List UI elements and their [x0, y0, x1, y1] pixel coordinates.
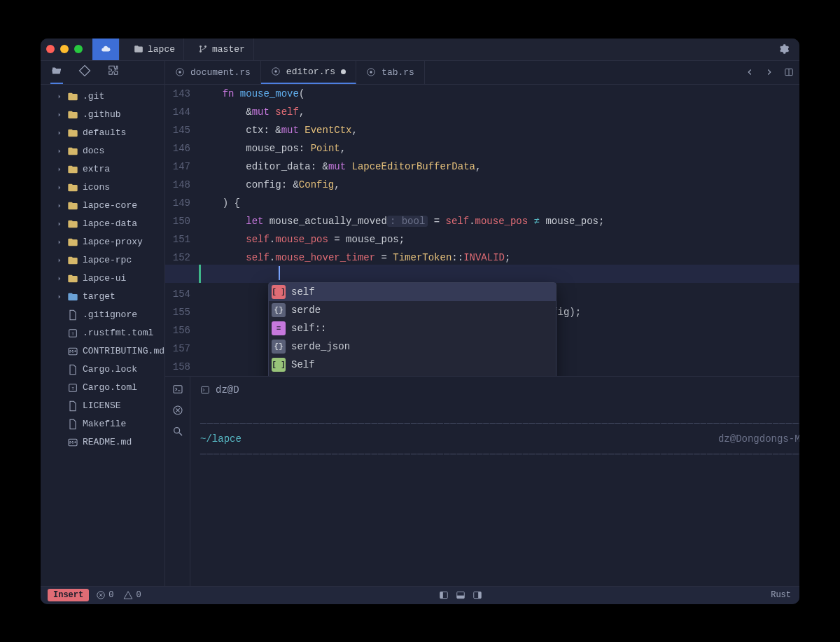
tree-label: target	[83, 291, 115, 302]
source-control-tab[interactable]	[78, 64, 91, 80]
completion-kind-icon: {}	[272, 303, 286, 317]
terminal[interactable]: dz@D ───────────────────────────────────…	[190, 377, 799, 586]
tree-file[interactable]: TCargo.toml	[41, 379, 164, 397]
layout-right-icon[interactable]	[472, 590, 482, 600]
status-errors[interactable]: 0	[96, 590, 113, 600]
terminal-divider: ────────────────────────────────────────…	[200, 447, 799, 462]
autocomplete-item[interactable]: ≡self::	[269, 319, 556, 337]
nav-forward-icon[interactable]	[764, 67, 774, 77]
editor-tab[interactable]: tab.rs	[356, 61, 425, 84]
tree-label: .rustfmt.toml	[83, 328, 153, 338]
tree-file[interactable]: CONTRIBUTING.md	[41, 342, 164, 361]
code-line[interactable]: 151 self.mouse_pos = mouse_pos;	[165, 230, 799, 249]
tree-folder[interactable]: .github	[41, 106, 164, 124]
layout-left-icon[interactable]	[439, 590, 449, 600]
problems-icon[interactable]	[172, 405, 183, 416]
terminal-prompt-path: ~/lapce	[200, 431, 241, 447]
tree-file[interactable]: .gitignore	[41, 306, 164, 324]
tree-folder[interactable]: lapce-data	[41, 215, 164, 233]
terminal-tab-label: dz@D	[216, 382, 239, 398]
line-number: 147	[165, 158, 199, 176]
code-line[interactable]: 146 mouse_pos: Point,	[165, 139, 799, 158]
status-center	[151, 590, 771, 600]
tree-file[interactable]: T.rustfmt.toml	[41, 324, 164, 342]
line-number: 143	[165, 85, 199, 103]
editor-mode: Insert	[48, 589, 89, 601]
tree-folder[interactable]: lapce-core	[41, 197, 164, 215]
tab-label: document.rs	[190, 67, 251, 78]
close-window-button[interactable]	[46, 45, 55, 53]
folder-icon	[134, 44, 144, 54]
autocomplete-item[interactable]: [ ]Self	[269, 356, 556, 374]
tree-folder[interactable]: .git	[41, 88, 164, 106]
code-line[interactable]: 143 fn mouse_move(	[165, 85, 799, 103]
rust-file-icon	[271, 67, 281, 76]
app-window: lapce master .git.githubdefaultsdo	[41, 39, 799, 604]
tree-folder[interactable]: target	[41, 288, 164, 306]
svg-point-1	[200, 50, 202, 53]
tree-label: lapce-rpc	[83, 255, 132, 265]
tab-actions	[736, 61, 799, 84]
terminal-icon[interactable]	[172, 384, 183, 395]
tree-label: docs	[83, 146, 104, 156]
code-line[interactable]: 149 ) {	[165, 194, 799, 212]
line-number: 150	[165, 212, 199, 230]
tree-folder[interactable]: lapce-proxy	[41, 233, 164, 251]
bottom-panel: dz@D ───────────────────────────────────…	[165, 376, 799, 586]
nav-back-icon[interactable]	[745, 67, 755, 77]
search-icon[interactable]	[172, 426, 183, 437]
tree-folder[interactable]: docs	[41, 142, 164, 160]
tree-label: .gitignore	[83, 309, 137, 320]
tree-folder[interactable]: lapce-rpc	[41, 251, 164, 270]
tree-folder[interactable]: defaults	[41, 124, 164, 142]
completion-kind-icon: {}	[272, 340, 286, 354]
extensions-tab[interactable]	[106, 64, 119, 80]
code-line[interactable]: 147 editor_data: &mut LapceEditorBufferD…	[165, 158, 799, 176]
code-line[interactable]: 148 config: &Config,	[165, 176, 799, 194]
settings-icon[interactable]	[778, 43, 790, 55]
cloud-icon	[101, 44, 111, 54]
layout-bottom-icon[interactable]	[456, 590, 465, 600]
terminal-tab[interactable]: dz@D	[200, 382, 799, 398]
line-number: 157	[165, 340, 199, 358]
status-language[interactable]: Rust	[771, 590, 791, 600]
tree-folder[interactable]: icons	[41, 179, 164, 197]
code-line[interactable]: 150 let mouse_actually_moved: bool = sel…	[165, 212, 799, 230]
explorer-tab[interactable]	[50, 64, 63, 84]
completion-kind-icon: [ ]	[272, 358, 286, 372]
split-editor-icon[interactable]	[784, 67, 794, 77]
branch-tab[interactable]: master	[190, 39, 254, 61]
tree-file[interactable]: Makefile	[41, 415, 164, 433]
error-icon	[96, 590, 106, 600]
tree-file[interactable]: README.md	[41, 433, 164, 452]
tree-label: .git	[83, 91, 104, 102]
svg-rect-17	[174, 385, 182, 393]
autocomplete-item[interactable]: {}serde	[269, 301, 556, 319]
line-number: 145	[165, 121, 199, 139]
tree-file[interactable]: LICENSE	[41, 397, 164, 415]
editor-tab[interactable]: document.rs	[165, 61, 261, 84]
code-viewport[interactable]: 143 fn mouse_move(144 &mut self,145 ctx:…	[165, 85, 799, 376]
status-warnings[interactable]: 0	[123, 590, 141, 600]
autocomplete-item[interactable]: [ ]self	[269, 283, 556, 301]
file-tree[interactable]: .git.githubdefaultsdocsextraiconslapce-c…	[41, 85, 164, 586]
editor-area: document.rseditor.rstab.rs 143 fn mouse_…	[165, 61, 799, 586]
workspace-tab[interactable]: lapce	[125, 39, 184, 61]
maximize-window-button[interactable]	[74, 45, 83, 53]
svg-rect-24	[440, 592, 443, 598]
tree-folder[interactable]: lapce-ui	[41, 270, 164, 288]
svg-point-2	[204, 46, 206, 48]
code-line[interactable]: 145 ctx: &mut EventCtx,	[165, 121, 799, 139]
tree-label: lapce-data	[83, 218, 137, 229]
autocomplete-item[interactable]: {}serde_json	[269, 337, 556, 356]
autocomplete-popup[interactable]: [ ]self{}serde≡self::{}serde_json[ ]Self…	[268, 282, 556, 376]
autocomplete-item[interactable]: ⊷Send	[269, 374, 556, 376]
tree-folder[interactable]: extra	[41, 160, 164, 179]
code-line[interactable]: 144 &mut self,	[165, 103, 799, 121]
tree-file[interactable]: Cargo.lock	[41, 361, 164, 379]
remote-indicator[interactable]	[92, 39, 120, 61]
line-number: 158	[165, 358, 199, 376]
line-number: 155	[165, 303, 199, 321]
minimize-window-button[interactable]	[60, 45, 69, 53]
editor-tab[interactable]: editor.rs	[261, 61, 356, 84]
